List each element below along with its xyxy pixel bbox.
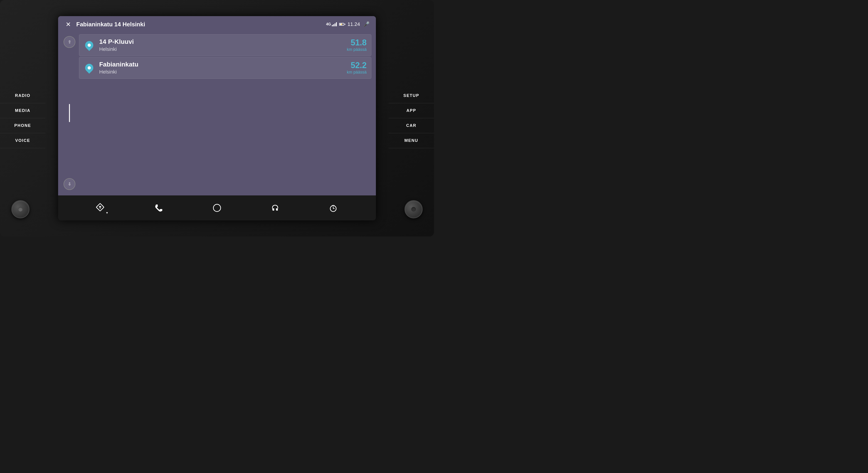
close-icon: ✕ xyxy=(66,21,71,28)
chevron-up-icon: ⇧ xyxy=(68,39,71,44)
result-info-2: Fabianinkatu Helsinki xyxy=(99,61,330,75)
left-volume-knob[interactable] xyxy=(11,200,30,218)
result-item-2[interactable]: Fabianinkatu Helsinki 52.2 km päässä xyxy=(79,57,371,79)
battery-icon: ⚡ xyxy=(339,23,345,26)
car-infotainment-unit: RADIO MEDIA PHONE VOICE ✕ Fabianinkatu 1… xyxy=(0,0,434,236)
result-distance-2: 52.2 km päässä xyxy=(335,61,367,75)
network-indicator: 4G xyxy=(326,22,337,26)
left-controls: RADIO MEDIA PHONE VOICE xyxy=(0,0,45,236)
svg-point-2 xyxy=(213,204,221,212)
phone-button[interactable] xyxy=(151,200,167,216)
pin-shape xyxy=(85,41,93,49)
content-area: ⇧ ⇩ xyxy=(58,32,376,195)
pin-circle-2 xyxy=(84,62,95,74)
phone-icon xyxy=(155,203,163,212)
result-info-1: 14 P-Kluuvi Helsinki xyxy=(99,38,330,52)
result-city-1: Helsinki xyxy=(99,46,330,52)
sidebar-item-menu[interactable]: MENU xyxy=(389,133,434,148)
network-type-label: 4G xyxy=(326,22,331,26)
result-distance-1: 51.8 km päässä xyxy=(335,39,367,52)
battery-cap xyxy=(345,24,345,25)
media-button[interactable] xyxy=(267,200,283,216)
microphone-button[interactable]: 🎤 xyxy=(362,20,370,28)
pin-circle xyxy=(84,39,95,51)
navigation-button[interactable]: ▾ xyxy=(93,200,109,216)
location-pin-icon-1 xyxy=(84,40,95,51)
status-bar: 4G ⚡ 11.24 🎤 xyxy=(326,20,370,28)
pin-inner-2 xyxy=(88,66,91,69)
battery-bolt-icon: ⚡ xyxy=(340,23,343,25)
distance-value-1: 51.8 xyxy=(335,39,367,47)
distance-unit-2: km päässä xyxy=(335,70,367,75)
home-circle-icon xyxy=(213,203,221,212)
headphones-icon xyxy=(271,203,280,213)
sidebar-item-app[interactable]: APP xyxy=(389,103,434,118)
main-screen: ✕ Fabianinkatu 14 Helsinki 4G ⚡ xyxy=(58,16,376,220)
sidebar-item-voice[interactable]: VOICE xyxy=(0,133,45,148)
scroll-controls: ⇧ ⇩ xyxy=(63,34,76,192)
location-pin-icon-2 xyxy=(84,62,95,73)
distance-value-2: 52.2 xyxy=(335,61,367,69)
home-button[interactable] xyxy=(209,200,225,216)
time-display: 11.24 xyxy=(347,21,360,27)
battery-body: ⚡ xyxy=(339,23,344,26)
result-city-2: Helsinki xyxy=(99,69,330,75)
screen-header: ✕ Fabianinkatu 14 Helsinki 4G ⚡ xyxy=(58,16,376,32)
svg-line-6 xyxy=(334,205,334,206)
timer-button[interactable] xyxy=(325,200,341,216)
result-item-1[interactable]: 14 P-Kluuvi Helsinki 51.8 km päässä xyxy=(79,34,371,56)
navigation-icon xyxy=(96,203,106,213)
scroll-down-button[interactable]: ⇩ xyxy=(64,178,75,190)
svg-line-5 xyxy=(332,205,333,206)
microphone-icon: 🎤 xyxy=(363,21,370,27)
result-name-1: 14 P-Kluuvi xyxy=(99,38,330,45)
right-volume-knob[interactable] xyxy=(404,200,423,218)
scroll-indicator xyxy=(69,104,70,122)
search-title: Fabianinkatu 14 Helsinki xyxy=(76,21,322,28)
timer-icon xyxy=(329,203,338,212)
sidebar-item-phone[interactable]: PHONE xyxy=(0,118,45,133)
sidebar-item-car[interactable]: CAR xyxy=(389,118,434,133)
signal-strength-icon xyxy=(332,22,337,26)
bottom-navigation-bar: ▾ xyxy=(58,195,376,220)
distance-unit-1: km päässä xyxy=(335,47,367,52)
scroll-up-button[interactable]: ⇧ xyxy=(64,36,75,48)
result-name-2: Fabianinkatu xyxy=(99,61,330,68)
nav-submenu-indicator: ▾ xyxy=(106,211,108,215)
close-button[interactable]: ✕ xyxy=(64,20,73,29)
sidebar-item-media[interactable]: MEDIA xyxy=(0,103,45,118)
pin-shape-2 xyxy=(85,64,93,72)
android-auto-screen: ✕ Fabianinkatu 14 Helsinki 4G ⚡ xyxy=(58,16,376,195)
search-results-list: 14 P-Kluuvi Helsinki 51.8 km päässä xyxy=(79,34,371,192)
chevron-down-icon: ⇩ xyxy=(68,182,71,187)
sidebar-item-setup[interactable]: SETUP xyxy=(389,88,434,103)
pin-inner xyxy=(88,43,91,47)
sidebar-item-radio[interactable]: RADIO xyxy=(0,88,45,103)
right-controls: SETUP APP CAR MENU xyxy=(389,0,434,236)
